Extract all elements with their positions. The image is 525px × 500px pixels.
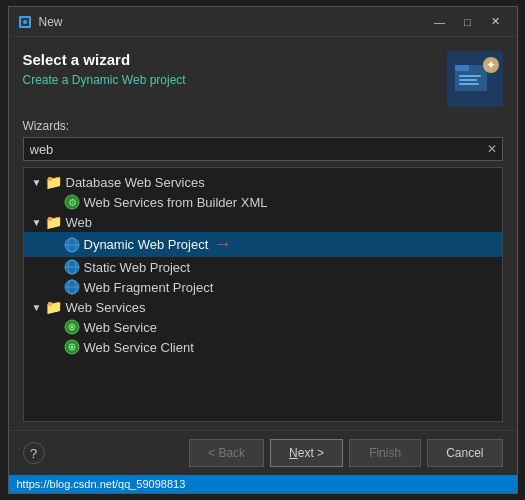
tree-item-db-web-services[interactable]: ▼ 📁 Database Web Services [24, 172, 502, 192]
tree-label-db-web-services: Database Web Services [66, 175, 205, 190]
wizard-icon: ✦ [447, 51, 503, 107]
tree-label-web: Web [66, 215, 93, 230]
svg-point-24 [70, 326, 73, 329]
new-wizard-window: New — □ ✕ Select a wizard Create a Dynam… [8, 6, 518, 494]
page-title: Select a wizard [23, 51, 186, 68]
wizard-tree[interactable]: ▼ 📁 Database Web Services ⚙ Web Services… [23, 167, 503, 422]
window-title: New [39, 15, 427, 29]
no-arrow-dynamic [48, 238, 62, 252]
next-label: Next > [289, 446, 324, 460]
help-button[interactable]: ? [23, 442, 45, 464]
no-arrow-builder [48, 195, 62, 209]
tree-item-web-fragment[interactable]: Web Fragment Project [24, 277, 502, 297]
search-input[interactable] [24, 142, 482, 157]
tree-label-web-service-client: Web Service Client [84, 340, 194, 355]
wizards-label: Wizards: [23, 119, 503, 133]
tree-label-dynamic-web: Dynamic Web Project [84, 237, 209, 252]
tree-item-web-folder[interactable]: ▼ 📁 Web [24, 212, 502, 232]
tree-label-web-fragment: Web Fragment Project [84, 280, 214, 295]
globe-icon-static [64, 259, 80, 275]
header-left: Select a wizard Create a Dynamic Web pro… [23, 51, 186, 87]
minimize-button[interactable]: — [427, 12, 453, 32]
no-arrow-wsc [48, 340, 62, 354]
wizard-icon-container: ✦ [447, 51, 503, 107]
tree-item-web-service[interactable]: Web Service [24, 317, 502, 337]
tree-label-static-web: Static Web Project [84, 260, 191, 275]
search-clear-button[interactable]: ✕ [482, 138, 502, 160]
svg-rect-6 [459, 75, 481, 77]
folder-icon-web: 📁 [46, 214, 62, 230]
footer-buttons: < Back Next > Finish Cancel [189, 439, 502, 467]
no-arrow-ws [48, 320, 62, 334]
window-controls: — □ ✕ [427, 12, 509, 32]
globe-icon-fragment [64, 279, 80, 295]
svg-point-27 [70, 346, 73, 349]
red-arrow-indicator: ← [214, 234, 232, 255]
header-section: Select a wizard Create a Dynamic Web pro… [23, 51, 503, 107]
tree-label-web-services: Web Services [66, 300, 146, 315]
cancel-button[interactable]: Cancel [427, 439, 502, 467]
svg-rect-8 [459, 83, 479, 85]
svg-text:⚙: ⚙ [67, 197, 76, 208]
expand-arrow-web: ▼ [30, 215, 44, 229]
footer: ? < Back Next > Finish Cancel [9, 430, 517, 475]
svg-rect-7 [459, 79, 477, 81]
subtitle-link[interactable]: Create a Dynamic Web project [23, 73, 186, 87]
status-text: https://blog.csdn.net/qq_59098813 [17, 478, 186, 490]
svg-text:✦: ✦ [486, 58, 496, 72]
tree-item-builder-xml[interactable]: ⚙ Web Services from Builder XML [24, 192, 502, 212]
finish-button[interactable]: Finish [349, 439, 421, 467]
tree-label-web-service: Web Service [84, 320, 157, 335]
tree-item-static-web[interactable]: Static Web Project [24, 257, 502, 277]
globe-icon-dynamic [64, 237, 80, 253]
close-button[interactable]: ✕ [483, 12, 509, 32]
folder-icon-ws: 📁 [46, 299, 62, 315]
expand-arrow-db: ▼ [30, 175, 44, 189]
title-bar: New — □ ✕ [9, 7, 517, 37]
tree-item-web-services-folder[interactable]: ▼ 📁 Web Services [24, 297, 502, 317]
tree-label-builder-xml: Web Services from Builder XML [84, 195, 268, 210]
folder-icon-db: 📁 [46, 174, 62, 190]
next-button[interactable]: Next > [270, 439, 343, 467]
maximize-button[interactable]: □ [455, 12, 481, 32]
status-bar: https://blog.csdn.net/qq_59098813 [9, 475, 517, 493]
main-content: Select a wizard Create a Dynamic Web pro… [9, 37, 517, 430]
tree-item-web-service-client[interactable]: Web Service Client [24, 337, 502, 357]
svg-rect-5 [455, 65, 469, 71]
window-icon [17, 14, 33, 30]
back-button[interactable]: < Back [189, 439, 264, 467]
svg-point-2 [23, 20, 27, 24]
expand-arrow-ws: ▼ [30, 300, 44, 314]
tree-item-dynamic-web[interactable]: Dynamic Web Project ← [24, 232, 502, 257]
search-bar: ✕ [23, 137, 503, 161]
no-arrow-static [48, 260, 62, 274]
green-icon-wsc [64, 339, 80, 355]
green-icon-builder: ⚙ [64, 194, 80, 210]
green-icon-ws [64, 319, 80, 335]
no-arrow-fragment [48, 280, 62, 294]
